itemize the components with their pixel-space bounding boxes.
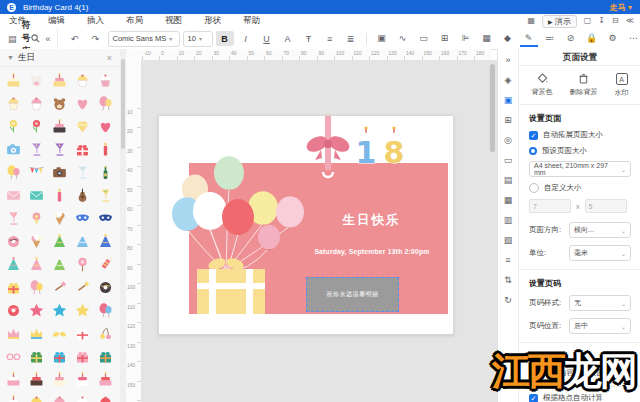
search-icon[interactable] — [31, 34, 40, 43]
present-button[interactable]: ▶ 演示 — [542, 15, 577, 28]
page-number-style-select[interactable]: 无⌄ — [569, 295, 631, 311]
symbol-ice-cream-cone[interactable] — [48, 207, 71, 230]
italic-button[interactable]: I — [237, 31, 255, 46]
symbol-balloon-trio[interactable] — [94, 299, 117, 322]
symbol-party-glasses[interactable] — [2, 345, 25, 368]
symbol-donut-pink[interactable] — [2, 230, 25, 253]
collapse-panel-icon[interactable]: » — [505, 55, 510, 66]
symbol-balloon-pair[interactable] — [25, 276, 48, 299]
symbol-champagne-toast[interactable] — [25, 138, 48, 161]
symbol-party-hat-green[interactable] — [48, 230, 71, 253]
symbol-party-hat-pink[interactable] — [25, 253, 48, 276]
symbol-cupcake-pink[interactable] — [94, 69, 117, 92]
print-icon[interactable]: ⊟ — [612, 16, 619, 26]
symbol-red-rose[interactable] — [25, 115, 48, 138]
download-icon[interactable]: ↧ — [598, 16, 605, 26]
symbol-lollipop[interactable] — [71, 253, 94, 276]
group-button[interactable]: ▦ — [478, 30, 496, 45]
orientation-select[interactable]: 横向...⌄ — [569, 222, 631, 238]
selected-text-box[interactable]: 祝你永远温馨明丽 — [306, 277, 399, 312]
symbol-gift-green[interactable] — [25, 345, 48, 368]
no-fill-button[interactable]: ⊘ — [562, 30, 580, 45]
symbol-teddy-bear[interactable] — [48, 92, 71, 115]
font-color-button[interactable]: A — [279, 31, 297, 46]
align-button[interactable]: ≡ — [321, 31, 339, 46]
card-title-text[interactable]: 生日快乐 — [309, 212, 434, 229]
symbol-cocktail-pink[interactable] — [2, 207, 25, 230]
background-color-button[interactable]: 背景色 — [532, 73, 553, 98]
pages-icon[interactable]: ▧ — [504, 235, 513, 246]
symbol-cake-candle-slice[interactable] — [48, 368, 71, 391]
preset-size-select[interactable]: A4 sheet, 210mm x 297 mm ⌄ — [529, 161, 631, 177]
more-button[interactable]: ⋯ — [625, 30, 640, 45]
symbol-mask-navy[interactable] — [94, 207, 117, 230]
symbol-lipstick[interactable] — [94, 138, 117, 161]
insert-image-button[interactable]: ▭ — [415, 30, 433, 45]
symbol-magic-wand[interactable] — [48, 276, 71, 299]
symbol-cupcake-candle[interactable] — [48, 391, 71, 402]
symbol-yellow-rose[interactable] — [2, 115, 25, 138]
preset-size-radio[interactable]: 预设页面大小 — [529, 146, 631, 156]
menu-item[interactable]: 视图 — [165, 15, 182, 27]
symbol-cupcake-butter[interactable] — [25, 391, 48, 402]
font-select[interactable]: Comic Sans MS▾ — [108, 31, 180, 47]
menu-item[interactable]: 编辑 — [48, 15, 65, 27]
symbol-layer-cake[interactable] — [48, 69, 71, 92]
notes-icon[interactable]: ▤ — [504, 175, 513, 186]
auto-expand-checkbox[interactable]: ✓ 自动拓展页面大小 — [529, 130, 631, 140]
redo-button[interactable]: ↷ — [87, 31, 105, 46]
symbol-champagne-glasses[interactable] — [71, 161, 94, 184]
layers-icon[interactable]: ◎ — [504, 135, 512, 146]
share-icon[interactable]: ≪ — [626, 16, 634, 26]
symbol-diamond[interactable] — [71, 115, 94, 138]
font-size-select[interactable]: 10▾ — [183, 31, 213, 47]
symbol-camera[interactable] — [2, 138, 25, 161]
custom-width-input[interactable] — [529, 199, 571, 213]
text-box-button[interactable]: ▣ — [373, 30, 391, 45]
symbol-donut-choco[interactable] — [94, 276, 117, 299]
symbol-gift-blue[interactable] — [48, 345, 71, 368]
symbols-icon[interactable]: ⊞ — [504, 115, 512, 126]
menu-item[interactable]: 帮助 — [243, 15, 260, 27]
fill-style-icon[interactable]: ◈ — [505, 75, 512, 86]
symbol-mask-blue[interactable] — [71, 207, 94, 230]
symbol-crown-gold[interactable] — [25, 322, 48, 345]
menu-item[interactable]: 布局 — [126, 15, 143, 27]
symbol-envelope[interactable] — [25, 184, 48, 207]
symbol-cupcake-cherry[interactable] — [94, 391, 117, 402]
symbol-heart-box[interactable] — [94, 115, 117, 138]
symbol-gift-white[interactable] — [71, 322, 94, 345]
picture-icon[interactable]: ▦ — [504, 195, 513, 206]
gift-box[interactable] — [197, 256, 265, 314]
symbol-gift-surprise[interactable] — [2, 276, 25, 299]
structure-icon[interactable]: ▥ — [504, 215, 513, 226]
symbol-heart-balloons[interactable] — [94, 92, 117, 115]
slideshow-icon[interactable]: ▦ — [527, 16, 535, 26]
symbol-gift-pink[interactable] — [71, 345, 94, 368]
symbol-cake-bar[interactable] — [2, 368, 25, 391]
symbol-star-wand[interactable] — [71, 276, 94, 299]
text-spacing-button[interactable]: Ŧ — [300, 31, 318, 46]
undo-button[interactable]: ↶ — [66, 31, 84, 46]
symbol-cake-slice[interactable] — [2, 69, 25, 92]
unit-select[interactable]: 毫米⌄ — [569, 245, 631, 261]
transfer-icon[interactable]: ⇅ — [504, 275, 512, 286]
symbol-party-hat-blue[interactable] — [94, 230, 117, 253]
symbol-sundae[interactable] — [25, 230, 48, 253]
symbol-gift-teal[interactable] — [94, 345, 117, 368]
crop-to-content-checkbox[interactable]: 根据内容裁剪页面 — [529, 368, 631, 378]
symbol-firecracker[interactable] — [94, 253, 117, 276]
symbol-donut-berry[interactable] — [2, 299, 25, 322]
symbol-star-blue[interactable] — [48, 299, 71, 322]
symbol-mustache[interactable] — [48, 322, 71, 345]
symbol-champagne-bottle[interactable] — [94, 161, 117, 184]
history-icon[interactable]: ↻ — [504, 295, 512, 306]
symbol-hbd-heart[interactable] — [71, 92, 94, 115]
symbol-tier-cake[interactable] — [48, 115, 71, 138]
symbol-star-pink[interactable] — [25, 299, 48, 322]
ribbon-bow[interactable] — [304, 116, 352, 177]
custom-height-input[interactable] — [585, 199, 627, 213]
line-color-button[interactable]: ✎ — [520, 30, 538, 47]
symbol-cupcake-strawberry[interactable] — [25, 92, 48, 115]
lock-button[interactable]: 🔒 — [583, 30, 601, 45]
